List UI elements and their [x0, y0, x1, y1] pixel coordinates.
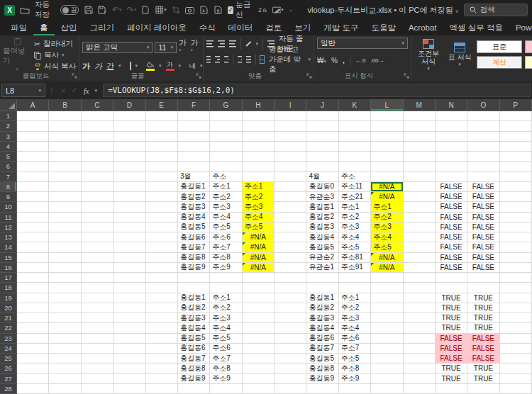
cell-I23[interactable]: [275, 334, 306, 344]
cell-O26[interactable]: TRUE: [467, 364, 499, 373]
cell-A15[interactable]: [17, 253, 49, 263]
cell-L1[interactable]: [371, 111, 403, 121]
column-header-B[interactable]: B: [49, 99, 81, 111]
cell-L6[interactable]: [371, 162, 403, 171]
cell-J27[interactable]: 홍길동9: [306, 374, 338, 384]
cell-B23[interactable]: [49, 334, 81, 344]
cut-button[interactable]: ✂ 잘라내기: [34, 39, 76, 49]
cell-F6[interactable]: [178, 162, 210, 171]
cell-E5[interactable]: [146, 152, 178, 162]
cell-P27[interactable]: [500, 374, 532, 384]
document-title[interactable]: vlookup-두시트비교.xlsx • 이 PC에 저장됨 ∨: [308, 5, 459, 16]
cell-I10[interactable]: [275, 202, 306, 212]
cell-J2[interactable]: [306, 121, 338, 131]
cell-I16[interactable]: [275, 263, 306, 273]
cell-E6[interactable]: [146, 162, 178, 171]
cell-I8[interactable]: [275, 182, 306, 192]
cell-A17[interactable]: [17, 273, 49, 283]
save-as-icon[interactable]: [98, 4, 107, 16]
cell-F17[interactable]: [178, 273, 210, 283]
cell-B9[interactable]: [49, 192, 81, 202]
export-document-icon[interactable]: [199, 4, 209, 16]
cell-F4[interactable]: [178, 142, 210, 152]
ribbon-tab-11[interactable]: Acrobat: [402, 20, 443, 35]
cell-H15[interactable]: #N/A: [243, 253, 275, 263]
cell-P11[interactable]: [500, 213, 532, 223]
number-dialog-launcher-icon[interactable]: [404, 72, 409, 80]
cell-E14[interactable]: [146, 242, 178, 252]
cell-E23[interactable]: [146, 334, 178, 344]
cell-L10[interactable]: 주소1: [371, 202, 403, 212]
cell-F3[interactable]: [178, 132, 210, 142]
cell-N21[interactable]: TRUE: [436, 313, 467, 323]
cell-F14[interactable]: 홍길동7: [178, 242, 210, 252]
cell-H5[interactable]: [243, 152, 275, 162]
cell-B22[interactable]: [49, 323, 81, 333]
cell-G12[interactable]: 주소5: [210, 223, 242, 232]
cell-J25[interactable]: 홍길동5: [306, 354, 338, 364]
cell-C17[interactable]: [82, 273, 113, 283]
cell-G14[interactable]: 주소7: [210, 242, 242, 252]
row-header-11[interactable]: 11: [0, 213, 17, 223]
cell-D3[interactable]: [113, 132, 145, 142]
cell-N8[interactable]: FALSE: [436, 182, 467, 192]
cell-M4[interactable]: [404, 142, 436, 152]
increase-decimal-button[interactable]: ←.0: [355, 57, 366, 64]
excel-logo-icon[interactable]: X: [4, 5, 15, 16]
cell-D10[interactable]: [113, 202, 145, 212]
cell-J19[interactable]: 홍길동1: [306, 293, 338, 303]
cell-C25[interactable]: [82, 354, 113, 364]
cell-O1[interactable]: [467, 111, 499, 121]
column-header-G[interactable]: G: [210, 99, 242, 111]
cell-L24[interactable]: [371, 344, 403, 354]
cell-M27[interactable]: [404, 374, 436, 384]
cell-C16[interactable]: [82, 263, 113, 273]
cell-I9[interactable]: [275, 192, 306, 202]
cell-L11[interactable]: 주소2: [371, 213, 403, 223]
cell-A23[interactable]: [17, 334, 49, 344]
row-header-25[interactable]: 25: [0, 354, 17, 364]
cell-G27[interactable]: 주소9: [210, 374, 242, 384]
cell-E18[interactable]: [146, 283, 178, 293]
cell-H25[interactable]: [243, 354, 275, 364]
cell-G10[interactable]: 주소3: [210, 202, 242, 212]
cell-N18[interactable]: [436, 283, 467, 293]
cell-A14[interactable]: [17, 242, 49, 252]
cell-I22[interactable]: [275, 323, 306, 333]
format-as-table-button[interactable]: 표 서식 ▾: [445, 38, 474, 72]
alignment-dialog-launcher-icon[interactable]: [306, 72, 312, 80]
column-header-A[interactable]: A: [17, 99, 49, 111]
cell-P8[interactable]: [500, 182, 532, 192]
insert-cells-icon[interactable]: ▾: [155, 4, 167, 16]
cell-O21[interactable]: TRUE: [467, 313, 499, 323]
cell-J24[interactable]: 홍길동7: [306, 344, 338, 354]
cell-B8[interactable]: [49, 182, 81, 192]
cell-O12[interactable]: FALSE: [467, 223, 499, 232]
cell-O15[interactable]: FALSE: [467, 253, 499, 263]
cell-C15[interactable]: [82, 253, 113, 263]
cell-P23[interactable]: [500, 334, 532, 344]
cell-M22[interactable]: [404, 323, 436, 333]
cell-C19[interactable]: [82, 293, 113, 303]
cell-D5[interactable]: [113, 152, 145, 162]
cell-H24[interactable]: [243, 344, 275, 354]
cell-E3[interactable]: [146, 132, 178, 142]
cell-O13[interactable]: FALSE: [467, 232, 499, 242]
cell-L8[interactable]: #N/A: [371, 182, 403, 192]
cell-F1[interactable]: [178, 111, 210, 121]
cell-B2[interactable]: [49, 121, 81, 131]
middle-align-icon[interactable]: [218, 40, 225, 47]
bold-button[interactable]: 가: [82, 61, 90, 72]
cell-L19[interactable]: [371, 293, 403, 303]
cell-B3[interactable]: [49, 132, 81, 142]
cell-style-0[interactable]: 표준: [477, 40, 522, 53]
cell-M25[interactable]: [404, 354, 436, 364]
cell-D25[interactable]: [113, 354, 145, 364]
cell-I20[interactable]: [275, 303, 306, 313]
ribbon-tab-13[interactable]: Power Pivot: [509, 20, 532, 35]
row-header-14[interactable]: 14: [0, 242, 17, 252]
cell-O4[interactable]: [467, 142, 499, 152]
cell-M15[interactable]: [404, 253, 436, 263]
cell-P14[interactable]: [500, 242, 532, 252]
cell-P17[interactable]: [500, 273, 532, 283]
